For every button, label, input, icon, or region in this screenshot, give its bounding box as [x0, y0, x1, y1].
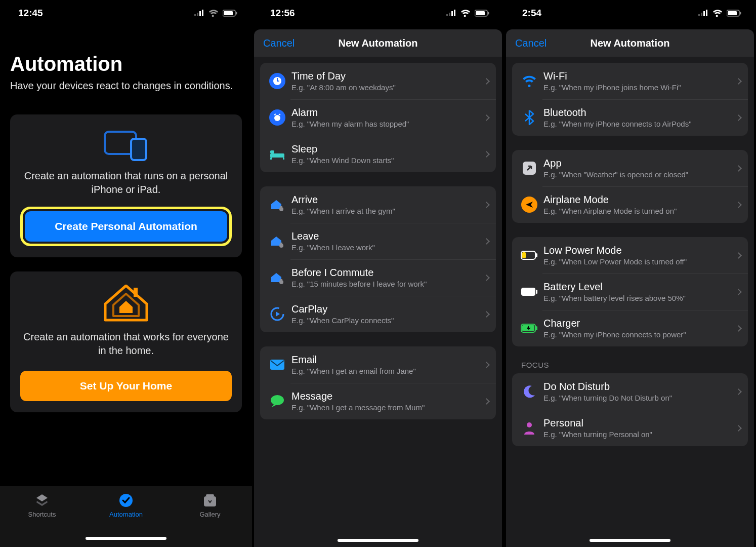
battery-icon	[223, 10, 238, 17]
devices-icon	[20, 128, 232, 161]
row-low-power[interactable]: Low Power ModeE.g. "When Low Power Mode …	[512, 237, 748, 274]
svg-rect-31	[280, 279, 282, 282]
svg-point-34	[271, 395, 284, 405]
home-indicator[interactable]	[590, 539, 670, 542]
svg-rect-27	[280, 206, 282, 209]
group-power: Low Power ModeE.g. "When Low Power Mode …	[512, 237, 748, 346]
battery-icon	[475, 10, 490, 17]
clock-icon	[266, 73, 288, 89]
row-title: Bluetooth	[543, 107, 732, 119]
svg-point-51	[527, 422, 532, 427]
commute-icon	[266, 270, 288, 285]
row-airplane-mode[interactable]: Airplane ModeE.g. "When Airplane Mode is…	[512, 186, 748, 223]
svg-rect-8	[131, 139, 146, 160]
row-sub: E.g. "When I leave work"	[291, 243, 480, 252]
screen-automation-home: 12:45 Automation Have your devices react…	[0, 0, 252, 547]
row-wifi[interactable]: Wi-FiE.g. "When my iPhone joins home Wi-…	[512, 63, 748, 99]
cancel-button[interactable]: Cancel	[263, 37, 295, 49]
tab-label: Gallery	[199, 511, 220, 518]
airplane-icon	[518, 197, 540, 213]
svg-rect-24	[270, 158, 272, 160]
row-charger[interactable]: ChargerE.g. "When my iPhone connects to …	[512, 310, 748, 346]
chevron-right-icon	[483, 114, 490, 121]
set-up-home-button[interactable]: Set Up Your Home	[20, 371, 232, 401]
carplay-icon	[266, 306, 288, 322]
svg-rect-50	[536, 326, 537, 330]
group-focus: Do Not DisturbE.g. "When turning Do Not …	[512, 373, 748, 446]
row-sub: E.g. "When CarPlay connects"	[291, 316, 480, 325]
message-icon	[266, 394, 288, 408]
status-icons	[446, 10, 490, 17]
svg-rect-40	[728, 11, 737, 15]
svg-rect-9	[134, 288, 138, 297]
row-title: Time of Day	[291, 70, 480, 82]
svg-rect-15	[451, 11, 453, 16]
row-sub: E.g. "When I arrive at the gym"	[291, 207, 480, 215]
battery-icon	[518, 287, 540, 296]
row-title: Email	[291, 354, 480, 366]
app-icon	[518, 161, 540, 175]
home-indicator[interactable]	[338, 539, 418, 542]
svg-rect-45	[536, 253, 537, 257]
chevron-right-icon	[483, 275, 490, 281]
row-title: Airplane Mode	[543, 194, 732, 206]
home-icon	[20, 285, 232, 322]
chevron-right-icon	[735, 114, 742, 121]
row-battery-level[interactable]: Battery LevelE.g. "When battery level ri…	[512, 274, 748, 310]
status-time: 2:54	[522, 8, 541, 19]
chevron-right-icon	[483, 398, 490, 405]
row-carplay[interactable]: CarPlayE.g. "When CarPlay connects"	[260, 296, 496, 332]
row-time-of-day[interactable]: Time of DayE.g. "At 8:00 am on weekdays"	[260, 63, 496, 99]
row-alarm[interactable]: AlarmE.g. "When my alarm has stopped"	[260, 99, 496, 136]
svg-rect-37	[703, 11, 705, 16]
tab-label: Automation	[109, 511, 143, 518]
row-title: Leave	[291, 230, 480, 242]
svg-rect-6	[236, 12, 237, 15]
automation-icon	[118, 492, 134, 509]
row-before-commute[interactable]: Before I CommuteE.g. "15 minutes before …	[260, 259, 496, 296]
row-message[interactable]: MessageE.g. "When I get a message from M…	[260, 383, 496, 419]
chevron-right-icon	[735, 425, 742, 432]
svg-rect-12	[206, 494, 214, 496]
chevron-right-icon	[483, 238, 490, 245]
row-sub: E.g. "When my iPhone connects to power"	[543, 330, 732, 339]
row-sub: E.g. "When my iPhone joins home Wi-Fi"	[543, 83, 732, 92]
chevron-right-icon	[483, 311, 490, 318]
modal-header: Cancel New Automation	[254, 29, 502, 57]
row-title: Arrive	[291, 194, 480, 206]
row-bluetooth[interactable]: BluetoothE.g. "When my iPhone connects t…	[512, 99, 748, 136]
row-app[interactable]: AppE.g. "When "Weather" is opened or clo…	[512, 150, 748, 186]
row-sub: E.g. "When I get a message from Mum"	[291, 403, 480, 412]
group-header-focus: Focus	[521, 361, 748, 369]
row-dnd[interactable]: Do Not DisturbE.g. "When turning Do Not …	[512, 373, 748, 410]
svg-rect-35	[698, 14, 700, 16]
row-personal-focus[interactable]: PersonalE.g. "When turning Personal on"	[512, 410, 748, 446]
tab-shortcuts[interactable]: Shortcuts	[9, 492, 75, 547]
chevron-right-icon	[735, 289, 742, 295]
cancel-button[interactable]: Cancel	[515, 37, 547, 49]
tab-gallery[interactable]: Gallery	[177, 492, 243, 547]
svg-rect-29	[280, 243, 282, 246]
row-email[interactable]: EmailE.g. "When I get an email from Jane…	[260, 346, 496, 383]
svg-rect-23	[270, 150, 274, 153]
status-icons	[194, 10, 238, 17]
bed-icon	[266, 148, 288, 160]
status-icons	[698, 10, 742, 17]
chevron-right-icon	[483, 362, 490, 368]
screen-new-automation-1: 12:56 Cancel New Automation Time of DayE…	[252, 0, 504, 547]
row-sub: E.g. "When "Weather" is opened or closed…	[543, 170, 732, 179]
row-sub: E.g. "When turning Personal on"	[543, 430, 732, 439]
svg-rect-41	[740, 12, 741, 15]
row-sleep[interactable]: SleepE.g. "When Wind Down starts"	[260, 136, 496, 172]
row-sub: E.g. "At 8:00 am on weekdays"	[291, 83, 480, 92]
row-title: Charger	[543, 318, 732, 329]
create-personal-automation-button[interactable]: Create Personal Automation	[25, 211, 227, 242]
wifi-icon	[460, 10, 471, 17]
group-app: AppE.g. "When "Weather" is opened or clo…	[512, 150, 748, 223]
home-indicator[interactable]	[86, 537, 166, 540]
row-arrive[interactable]: ArriveE.g. "When I arrive at the gym"	[260, 186, 496, 223]
chevron-right-icon	[483, 202, 490, 208]
row-leave[interactable]: LeaveE.g. "When I leave work"	[260, 223, 496, 259]
alarm-icon	[266, 109, 288, 126]
svg-rect-38	[706, 10, 707, 16]
